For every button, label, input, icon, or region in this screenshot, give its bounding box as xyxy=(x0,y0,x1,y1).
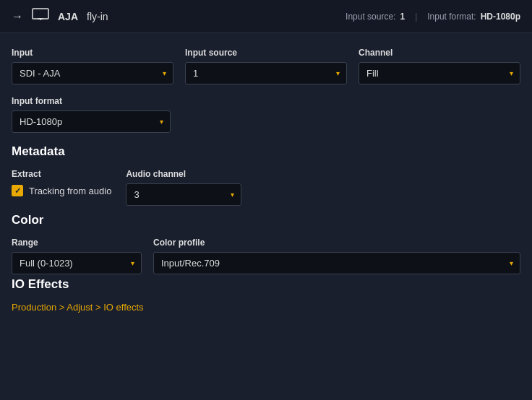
range-group: Range Full (0-1023) Legal (64-940) ▾ xyxy=(12,238,142,274)
channel-dropdown[interactable]: Fill Key xyxy=(359,62,520,84)
input-label: Input xyxy=(12,48,173,58)
input-dropdown[interactable]: SDI - AJA xyxy=(12,62,173,84)
input-format-info-value: HD-1080p xyxy=(481,12,520,22)
tracking-checkbox-row: ✓ Tracking from audio xyxy=(12,185,111,196)
input-group: Input SDI - AJA ▾ xyxy=(12,48,173,84)
color-profile-label: Color profile xyxy=(153,238,520,248)
header-info: Input source: 1 | Input format: HD-1080p xyxy=(346,12,520,22)
header-divider: | xyxy=(415,12,417,22)
range-label: Range xyxy=(12,238,142,248)
input-format-dropdown[interactable]: HD-1080p HD-720p SD xyxy=(12,110,171,133)
svg-rect-0 xyxy=(33,9,48,19)
range-dropdown-wrapper: Full (0-1023) Legal (64-940) ▾ xyxy=(12,252,142,274)
input-source-info-value: 1 xyxy=(400,12,405,22)
header-left: → AJA fly-in xyxy=(12,8,346,25)
input-row: Input SDI - AJA ▾ Input source 1 2 3 ▾ C… xyxy=(12,48,520,84)
input-source-label: Input source xyxy=(185,48,347,58)
checkmark-icon: ✓ xyxy=(14,186,21,196)
metadata-title: Metadata xyxy=(12,144,520,159)
metadata-section: Metadata Extract ✓ Tracking from audio A… xyxy=(12,144,520,206)
io-effects-section: IO Effects Production > Adjust > IO effe… xyxy=(12,277,520,313)
monitor-icon xyxy=(32,8,49,25)
io-effects-title: IO Effects xyxy=(12,277,520,292)
input-format-label: Input format xyxy=(12,96,171,106)
channel-group: Channel Fill Key ▾ xyxy=(359,48,520,84)
input-format-info-label: Input format: xyxy=(427,12,476,22)
header-name: fly-in xyxy=(87,11,108,22)
audio-channel-group: Audio channel 1 2 3 4 ▾ xyxy=(126,169,241,206)
tracking-checkbox[interactable]: ✓ xyxy=(12,185,23,196)
color-title: Color xyxy=(12,213,520,227)
color-profile-dropdown-wrapper: Input/Rec.709 Input/Rec.2020 Input/sRGB … xyxy=(153,252,520,274)
range-dropdown[interactable]: Full (0-1023) Legal (64-940) xyxy=(12,252,142,274)
audio-channel-label: Audio channel xyxy=(126,169,241,179)
color-profile-group: Color profile Input/Rec.709 Input/Rec.20… xyxy=(153,238,520,274)
input-format-row: Input format HD-1080p HD-720p SD ▾ xyxy=(12,96,520,133)
input-dropdown-wrapper: SDI - AJA ▾ xyxy=(12,62,173,84)
audio-channel-dropdown[interactable]: 1 2 3 4 xyxy=(126,183,241,206)
io-effects-link[interactable]: Production > Adjust > IO effects xyxy=(12,302,144,313)
content: Input SDI - AJA ▾ Input source 1 2 3 ▾ C… xyxy=(0,33,532,327)
audio-channel-dropdown-wrapper: 1 2 3 4 ▾ xyxy=(126,183,241,206)
color-row: Range Full (0-1023) Legal (64-940) ▾ Col… xyxy=(12,238,520,274)
arrow-icon: → xyxy=(12,10,23,23)
channel-dropdown-wrapper: Fill Key ▾ xyxy=(359,62,520,84)
header-brand: AJA xyxy=(58,11,78,22)
input-source-dropdown[interactable]: 1 2 3 xyxy=(185,62,347,84)
extract-group: Extract ✓ Tracking from audio xyxy=(12,169,111,196)
metadata-row: Extract ✓ Tracking from audio Audio chan… xyxy=(12,169,520,206)
input-format-dropdown-wrapper: HD-1080p HD-720p SD ▾ xyxy=(12,110,171,133)
input-source-dropdown-wrapper: 1 2 3 ▾ xyxy=(185,62,347,84)
header: → AJA fly-in Input source: 1 | Input for… xyxy=(0,0,532,33)
extract-label: Extract xyxy=(12,169,111,179)
input-source-group: Input source 1 2 3 ▾ xyxy=(185,48,347,84)
tracking-label: Tracking from audio xyxy=(29,186,111,196)
input-format-group: Input format HD-1080p HD-720p SD ▾ xyxy=(12,96,171,133)
input-source-info-label: Input source: xyxy=(346,12,395,22)
channel-label: Channel xyxy=(359,48,520,58)
color-profile-dropdown[interactable]: Input/Rec.709 Input/Rec.2020 Input/sRGB xyxy=(153,252,520,274)
color-section: Color Range Full (0-1023) Legal (64-940)… xyxy=(12,213,520,274)
